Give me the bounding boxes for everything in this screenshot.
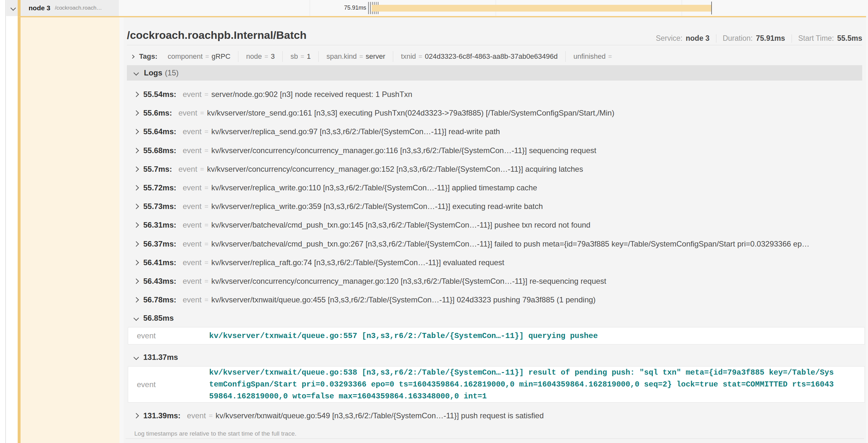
tag-item[interactable]: span.kind = server [318,51,393,62]
equals-sign: = [360,53,363,60]
log-row[interactable]: 55.6ms: event = kv/kvserver/store_send.g… [128,104,865,122]
log-timestamp: 56.78ms: [143,295,176,304]
log-message: kv/kvserver/batcheval/cmd_push_txn.go:26… [211,239,809,248]
log-timestamp: 55.7ms: [143,165,172,174]
log-timestamp: 56.85ms [143,314,174,322]
equals-sign: = [209,412,213,419]
tag-item[interactable]: unfinished = [565,51,622,62]
span-detail-panel: /cockroach.roachpb.Internal/Batch Servic… [124,17,866,443]
log-message: kv/kvserver/replica_raft.go:74 [n3,s3,r6… [211,258,504,267]
span-end-tick [711,2,712,14]
log-timestamp: 55.68ms: [143,146,176,155]
log-message: kv/kvserver/batcheval/cmd_push_txn.go:14… [211,220,590,230]
equals-sign: = [204,184,208,192]
log-message: kv/kvserver/concurrency/concurrency_mana… [207,165,583,174]
log-row[interactable]: 56.43ms: event = kv/kvserver/concurrency… [128,272,865,291]
tags-section-label: Tags: [139,52,157,61]
log-field-key: event [137,331,209,340]
log-row[interactable]: 55.72ms: event = kv/kvserver/replica_wri… [128,178,865,197]
chevron-down-icon [134,355,139,360]
log-timestamp: 55.6ms: [143,108,172,117]
equals-sign: = [204,259,208,267]
log-detail-card: event kv/kvserver/txnwait/queue.go:557 [… [128,327,865,344]
tag-item[interactable]: txnid = 024d3323-6c8f-4863-aa8b-37ab0e63… [393,51,565,62]
meta-separator [792,34,792,43]
tag-item[interactable]: sb = 1 [282,51,318,62]
equals-sign: = [205,53,209,60]
span-operation-name: /cockroach.roach… [55,5,102,11]
service-label: Service: [656,34,682,43]
log-row[interactable]: 55.7ms: event = kv/kvserver/concurrency/… [128,160,865,178]
span-detail-meta: Service: node 3 Duration: 75.91ms Start … [656,34,862,43]
log-rows-list: 55.54ms: event = server/node.go:902 [n3]… [128,80,865,437]
selected-span-color-stripe [18,0,21,443]
equals-sign: = [200,165,204,173]
chevron-right-icon [134,129,139,135]
log-row[interactable]: 55.64ms: event = kv/kvserver/replica_sen… [128,122,865,141]
tag-value: 1 [307,52,311,61]
log-row[interactable]: 56.41ms: event = kv/kvserver/replica_raf… [128,253,865,272]
tag-value: 3 [271,52,275,61]
log-row-expanded-toggle[interactable]: 131.37ms [128,348,865,366]
log-timestamp: 55.54ms: [143,90,176,99]
log-field-key: event [183,220,202,230]
log-message: kv/kvserver/store_send.go:161 [n3,s3] ex… [207,108,614,117]
span-name-cell[interactable]: node 3 /cockroach.roach… [6,0,119,16]
span-duration-label: 75.91ms [321,4,366,11]
span-duration-bar[interactable] [372,5,712,11]
log-field-key: event [178,165,197,174]
log-row-expanded-toggle[interactable]: 56.85ms [128,309,865,327]
log-message: kv/kvserver/concurrency/concurrency_mana… [211,277,607,286]
log-field-key: event [183,239,202,248]
log-row[interactable]: 55.68ms: event = kv/kvserver/concurrency… [128,141,865,160]
equals-sign: = [204,277,208,285]
log-row[interactable]: 55.73ms: event = kv/kvserver/replica_wri… [128,197,865,216]
log-row[interactable]: 55.54ms: event = server/node.go:902 [n3]… [128,85,865,104]
equals-sign: = [200,109,204,117]
log-timestamp: 55.64ms: [143,127,176,136]
logs-section-toggle[interactable]: Logs (15) [127,65,862,80]
log-message: kv/kvserver/replica_write.go:359 [n3,s3,… [211,202,543,211]
log-timestamp: 56.43ms: [143,277,176,286]
log-field-key: event [183,127,202,136]
tag-value: server [366,52,385,61]
gutter-divider-line [5,0,6,443]
duration-value: 75.91ms [756,34,785,43]
log-row[interactable]: 56.78ms: event = kv/kvserver/txnwait/que… [128,291,865,309]
log-row[interactable]: 56.31ms: event = kv/kvserver/batcheval/c… [128,216,865,234]
log-row[interactable]: 56.37ms: event = kv/kvserver/batcheval/c… [128,235,865,253]
equals-sign: = [300,53,304,60]
chevron-down-icon [134,70,139,76]
equals-sign: = [204,296,208,304]
log-entry-expanded: 131.37ms event kv/kvserver/txnwait/queue… [128,348,865,403]
logs-footer-note: Log timestamps are relative to the start… [128,430,865,437]
chevron-down-icon [10,5,16,11]
log-entry-expanded: 56.85ms event kv/kvserver/txnwait/queue.… [128,309,865,344]
tags-section-toggle[interactable]: Tags: component = gRPC node = 3 sb = 1 s… [131,51,622,62]
chevron-right-icon [134,110,139,116]
log-message: server/node.go:902 [n3] node received re… [211,90,412,99]
log-field-key: event [137,380,209,389]
log-field-key: event [183,183,202,192]
log-row[interactable]: 131.39ms: event = kv/kvserver/txnwait/qu… [128,406,865,425]
equals-sign: = [204,147,208,155]
log-field-key: event [183,295,202,304]
log-field-key: event [183,90,202,99]
equals-sign: = [204,240,208,248]
tag-key: node [246,52,262,61]
log-message: kv/kvserver/concurrency/concurrency_mana… [211,146,596,155]
log-field-value: kv/kvserver/txnwait/queue.go:557 [n3,s3,… [209,330,598,342]
chevron-right-icon [134,148,139,153]
start-time-label: Start Time: [798,34,834,43]
log-detail-card: event kv/kvserver/txnwait/queue.go:538 [… [128,366,865,403]
log-field-key: event [183,202,202,211]
chevron-down-icon [134,315,139,321]
tag-item[interactable]: component = gRPC [160,51,238,62]
equals-sign: = [204,203,208,210]
left-gutter [0,0,18,443]
tag-key: unfinished [574,52,606,61]
chevron-right-icon [134,278,139,284]
meta-separator [716,34,716,43]
tag-item[interactable]: node = 3 [238,51,282,62]
tags-list: component = gRPC node = 3 sb = 1 span.ki… [160,51,622,62]
